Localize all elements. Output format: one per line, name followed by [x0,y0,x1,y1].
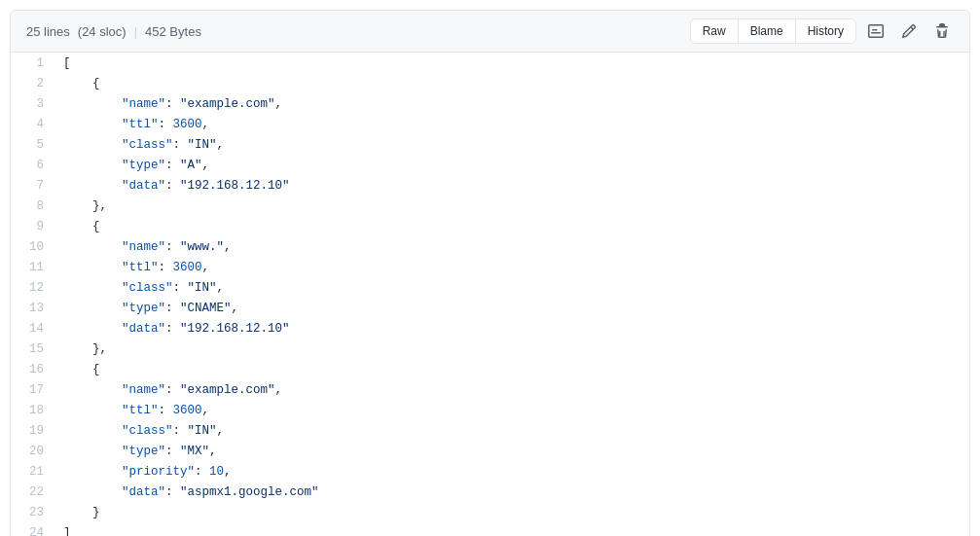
code-table: 1[2 {3 "name": "example.com",4 "ttl": 36… [11,53,969,536]
code-area: 1[2 {3 "name": "example.com",4 "ttl": 36… [11,53,969,536]
line-number: 14 [11,318,59,339]
line-code: "type": "CNAME", [59,298,969,318]
line-code: "class": "IN", [59,134,969,155]
table-row: 10 "name": "www.", [11,236,969,257]
table-row: 14 "data": "192.168.12.10" [11,318,969,339]
table-row: 1[ [11,53,969,73]
table-row: 17 "name": "example.com", [11,379,969,400]
line-code: [ [59,53,969,73]
line-number: 4 [11,114,59,134]
line-code: "type": "MX", [59,441,969,461]
file-viewer: 25 lines (24 sloc) | 452 Bytes Raw Blame… [10,10,970,536]
table-row: 13 "type": "CNAME", [11,298,969,318]
line-number: 18 [11,400,59,420]
line-number: 7 [11,175,59,196]
view-mode-group: Raw Blame History [690,18,856,44]
line-number: 21 [11,461,59,482]
table-row: 20 "type": "MX", [11,441,969,461]
line-code: "type": "A", [59,155,969,175]
sloc-count: (24 sloc) [78,24,127,39]
line-code: "name": "www.", [59,236,969,257]
table-row: 5 "class": "IN", [11,134,969,155]
table-row: 6 "type": "A", [11,155,969,175]
line-number: 24 [11,522,59,536]
line-number: 20 [11,441,59,461]
delete-icon-button[interactable] [930,19,954,43]
line-code: "name": "example.com", [59,93,969,114]
raw-button[interactable]: Raw [691,19,739,43]
line-number: 19 [11,420,59,441]
line-number: 1 [11,53,59,73]
line-code: "data": "192.168.12.10" [59,175,969,196]
line-code: } [59,502,969,522]
table-row: 16 { [11,359,969,379]
toolbar-actions: Raw Blame History [690,18,954,44]
line-code: "class": "IN", [59,277,969,298]
line-number: 12 [11,277,59,298]
line-count: 25 lines [26,24,70,39]
line-code: { [59,216,969,236]
file-meta: 25 lines (24 sloc) | 452 Bytes [26,24,201,39]
line-number: 2 [11,73,59,93]
file-size: 452 Bytes [145,24,201,39]
line-code: "ttl": 3600, [59,400,969,420]
table-row: 4 "ttl": 3600, [11,114,969,134]
line-code: { [59,73,969,93]
line-code: }, [59,196,969,216]
line-number: 23 [11,502,59,522]
line-number: 9 [11,216,59,236]
table-row: 15 }, [11,339,969,359]
line-number: 15 [11,339,59,359]
line-code: "priority": 10, [59,461,969,482]
line-number: 5 [11,134,59,155]
line-code: "ttl": 3600, [59,114,969,134]
edit-icon-button[interactable] [897,19,921,43]
table-row: 7 "data": "192.168.12.10" [11,175,969,196]
separator: | [134,24,137,39]
table-row: 24] [11,522,969,536]
table-row: 9 { [11,216,969,236]
table-row: 21 "priority": 10, [11,461,969,482]
line-code: }, [59,339,969,359]
table-row: 3 "name": "example.com", [11,93,969,114]
table-row: 23 } [11,502,969,522]
table-row: 12 "class": "IN", [11,277,969,298]
blame-button[interactable]: Blame [739,19,796,43]
display-icon-button[interactable] [864,19,888,43]
line-number: 3 [11,93,59,114]
line-number: 10 [11,236,59,257]
table-row: 18 "ttl": 3600, [11,400,969,420]
line-number: 16 [11,359,59,379]
line-number: 13 [11,298,59,318]
line-code: { [59,359,969,379]
icon-actions [864,19,954,43]
table-row: 19 "class": "IN", [11,420,969,441]
file-toolbar: 25 lines (24 sloc) | 452 Bytes Raw Blame… [11,11,969,53]
line-code: "ttl": 3600, [59,257,969,277]
line-code: "data": "192.168.12.10" [59,318,969,339]
line-code: "name": "example.com", [59,379,969,400]
line-number: 17 [11,379,59,400]
line-number: 22 [11,482,59,502]
line-number: 11 [11,257,59,277]
table-row: 11 "ttl": 3600, [11,257,969,277]
table-row: 22 "data": "aspmx1.google.com" [11,482,969,502]
line-code: "data": "aspmx1.google.com" [59,482,969,502]
line-code: "class": "IN", [59,420,969,441]
table-row: 2 { [11,73,969,93]
line-code: ] [59,522,969,536]
history-button[interactable]: History [796,19,855,43]
line-number: 6 [11,155,59,175]
table-row: 8 }, [11,196,969,216]
line-number: 8 [11,196,59,216]
